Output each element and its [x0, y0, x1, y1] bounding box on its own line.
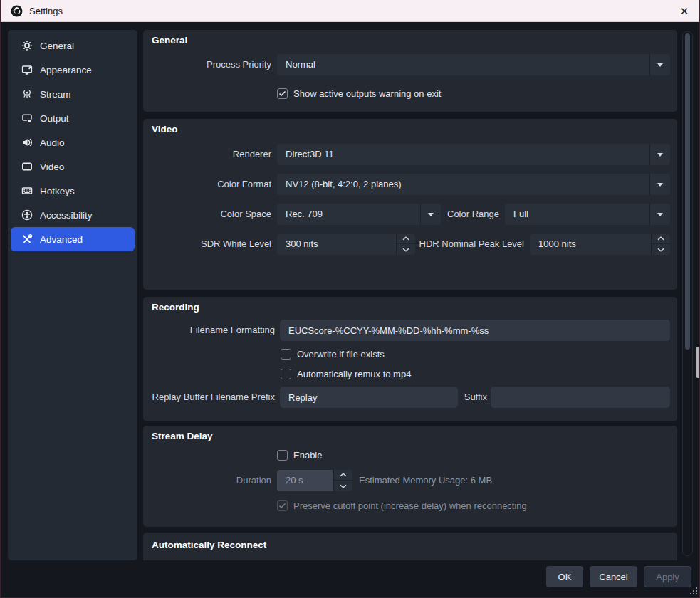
- section-title: Video: [152, 124, 178, 135]
- accessibility-icon: [21, 209, 33, 221]
- sidebar-item-label: Video: [40, 162, 64, 172]
- hdr-peak-level-spinbox[interactable]: 1000 nits: [530, 234, 670, 255]
- sidebar-item-stream[interactable]: Stream: [11, 82, 135, 106]
- color-format-value: NV12 (8-bit, 4:2:0, 2 planes): [286, 174, 402, 195]
- renderer-dropdown[interactable]: Direct3D 11: [277, 144, 670, 165]
- color-range-dropdown[interactable]: Full: [505, 204, 670, 225]
- cancel-button[interactable]: Cancel: [590, 566, 637, 587]
- sidebar-item-video[interactable]: Video: [11, 154, 135, 179]
- hdr-peak-level-label: HDR Nominal Peak Level: [414, 234, 524, 255]
- color-format-dropdown[interactable]: NV12 (8-bit, 4:2:0, 2 planes): [277, 174, 670, 195]
- spin-up-button[interactable]: [334, 470, 352, 481]
- color-space-value: Rec. 709: [286, 204, 323, 225]
- settings-sidebar: General Appearance Stream Ou: [8, 30, 137, 560]
- color-space-dropdown[interactable]: Rec. 709: [277, 204, 441, 225]
- sidebar-item-advanced[interactable]: Advanced: [11, 227, 135, 251]
- monitor-icon: [21, 161, 33, 173]
- obs-logo-icon: [11, 5, 23, 17]
- window-title: Settings: [29, 6, 63, 16]
- broadcast-icon: [21, 88, 33, 100]
- section-title: Automatically Reconnect: [152, 540, 266, 550]
- checkmark-icon: [278, 503, 286, 509]
- scrollbar-thumb[interactable]: [685, 33, 690, 350]
- chevron-up-icon: [402, 236, 409, 241]
- process-priority-dropdown[interactable]: Normal: [277, 54, 670, 75]
- output-icon: [21, 112, 33, 125]
- section-video: Video Renderer Direct3D 11 Color Format …: [143, 119, 677, 290]
- dropdown-arrow[interactable]: [649, 144, 670, 165]
- sidebar-item-output[interactable]: Output: [11, 106, 135, 130]
- duration-spinbox: 20 s: [277, 470, 352, 491]
- remux-checkbox[interactable]: [281, 369, 291, 379]
- ok-button[interactable]: OK: [546, 566, 583, 587]
- dropdown-arrow[interactable]: [649, 204, 670, 225]
- stream-delay-enable-row[interactable]: Enable: [277, 450, 322, 461]
- chevron-down-icon: [340, 484, 347, 488]
- sdr-white-level-value: 300 nits: [286, 234, 318, 255]
- chevron-down-icon: [657, 248, 664, 252]
- spin-up-button[interactable]: [652, 234, 670, 244]
- section-title: General: [152, 35, 187, 46]
- show-warning-checkbox[interactable]: [277, 88, 288, 99]
- sidebar-item-appearance[interactable]: Appearance: [11, 58, 135, 82]
- color-space-label: Color Space: [143, 204, 271, 225]
- dropdown-arrow[interactable]: [649, 54, 670, 75]
- memory-usage-text: Estimated Memory Usage: 6 MB: [359, 470, 492, 491]
- spin-down-button[interactable]: [652, 244, 670, 255]
- dropdown-arrow[interactable]: [420, 204, 441, 225]
- overwrite-checkbox-row[interactable]: Overwrite if file exists: [281, 349, 385, 360]
- filename-formatting-label: Filename Formatting: [143, 320, 275, 341]
- spin-down-button[interactable]: [334, 481, 352, 491]
- show-warning-checkbox-row[interactable]: Show active outputs warning on exit: [277, 88, 441, 99]
- process-priority-value: Normal: [286, 54, 315, 75]
- display-edit-icon: [21, 64, 33, 76]
- sidebar-item-label: Hotkeys: [40, 186, 75, 196]
- replay-prefix-input[interactable]: [280, 387, 458, 408]
- sidebar-item-accessibility[interactable]: Accessibility: [11, 203, 135, 227]
- close-button[interactable]: ✕: [668, 0, 700, 22]
- duration-value: 20 s: [286, 470, 303, 491]
- dropdown-arrow[interactable]: [649, 174, 670, 195]
- chevron-down-icon: [657, 183, 663, 187]
- suffix-label: Suffix: [461, 387, 487, 408]
- sdr-white-level-spinbox[interactable]: 300 nits: [277, 234, 415, 255]
- scrollbar-track[interactable]: [682, 31, 693, 556]
- stream-delay-enable-label: Enable: [293, 450, 322, 461]
- sidebar-item-general[interactable]: General: [11, 33, 135, 58]
- titlebar[interactable]: Settings ✕: [1, 0, 700, 22]
- filename-formatting-input[interactable]: [280, 320, 670, 341]
- checkmark-icon: [278, 90, 286, 97]
- remux-label: Automatically remux to mp4: [297, 369, 411, 379]
- chevron-up-icon: [657, 236, 664, 241]
- sidebar-item-label: Advanced: [40, 234, 83, 245]
- chevron-down-icon: [428, 213, 434, 216]
- preserve-cutoff-checkbox: [277, 500, 288, 511]
- overwrite-label: Overwrite if file exists: [297, 349, 385, 360]
- overwrite-checkbox[interactable]: [281, 349, 291, 360]
- spin-up-button[interactable]: [397, 234, 415, 244]
- process-priority-label: Process Priority: [143, 54, 271, 75]
- preserve-cutoff-row: Preserve cutoff point (increase delay) w…: [277, 500, 527, 511]
- color-format-label: Color Format: [143, 174, 271, 195]
- hdr-peak-level-value: 1000 nits: [538, 234, 576, 255]
- sidebar-item-label: Output: [40, 113, 69, 124]
- tools-icon: [21, 234, 33, 246]
- section-recording: Recording Filename Formatting Overwrite …: [143, 297, 677, 421]
- chevron-down-icon: [657, 63, 663, 67]
- stream-delay-enable-checkbox[interactable]: [277, 450, 288, 461]
- settings-window: Settings ✕ General Appearance: [0, 0, 700, 598]
- gear-icon: [21, 40, 33, 52]
- sidebar-item-hotkeys[interactable]: Hotkeys: [11, 179, 135, 203]
- resize-grip[interactable]: [690, 587, 698, 595]
- apply-button: Apply: [644, 566, 691, 587]
- sdr-white-level-label: SDR White Level: [143, 234, 271, 255]
- renderer-label: Renderer: [143, 144, 271, 165]
- remux-checkbox-row[interactable]: Automatically remux to mp4: [281, 369, 411, 379]
- show-warning-label: Show active outputs warning on exit: [293, 88, 441, 99]
- spin-down-button[interactable]: [397, 244, 415, 255]
- section-title: Stream Delay: [152, 431, 213, 441]
- sidebar-item-audio[interactable]: Audio: [11, 130, 135, 154]
- speaker-icon: [21, 137, 33, 149]
- suffix-input[interactable]: [491, 387, 670, 408]
- chevron-down-icon: [657, 213, 663, 216]
